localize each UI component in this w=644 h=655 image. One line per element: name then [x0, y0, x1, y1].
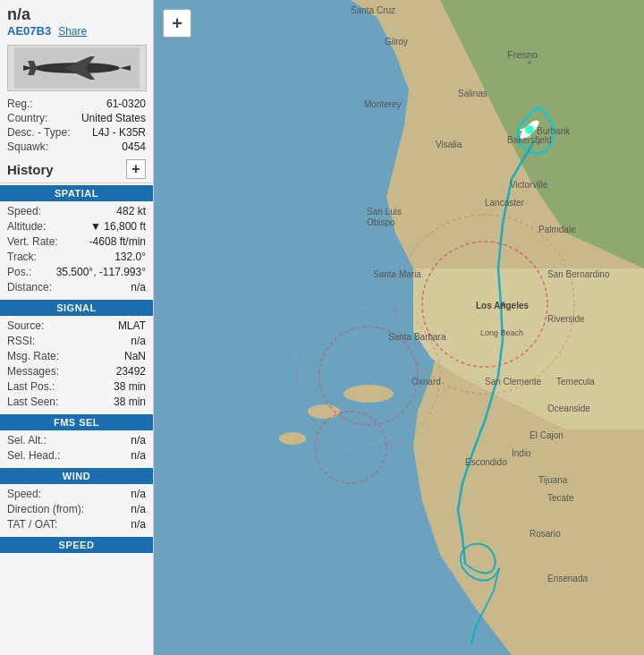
svg-text:Long Beach: Long Beach: [480, 328, 523, 337]
tat-row: TAT / OAT: n/a: [7, 516, 146, 532]
svg-text:Lancaster: Lancaster: [485, 198, 525, 208]
svg-text:Monterey: Monterey: [364, 99, 402, 109]
map-add-button[interactable]: +: [163, 9, 191, 38]
wind-dir-value: n/a: [131, 503, 146, 515]
last-seen-row: Last Seen: 38 min: [7, 394, 146, 409]
history-bar: History +: [0, 156, 153, 183]
source-value: MLAT: [118, 319, 146, 332]
track-value: 132.0°: [114, 251, 146, 263]
reg-label: Reg.:: [7, 98, 33, 110]
track-label: Track:: [7, 251, 37, 263]
svg-text:Gilroy: Gilroy: [385, 37, 408, 47]
speed-section-header: SPEED: [0, 537, 153, 553]
aircraft-silhouette: [14, 47, 140, 89]
pos-value: 35.500°, -117.993°: [56, 266, 146, 278]
last-pos-label: Last Pos.:: [7, 380, 55, 393]
aircraft-image: [7, 45, 147, 91]
svg-text:Santa Cruz: Santa Cruz: [351, 5, 395, 15]
rssi-label: RSSI:: [7, 335, 35, 347]
messages-value: 23492: [116, 365, 146, 378]
messages-label: Messages:: [7, 365, 59, 378]
history-add-button[interactable]: +: [126, 159, 146, 179]
info-table: Reg.: 61-0320 Country: United States Des…: [0, 95, 153, 156]
source-row: Source: MLAT: [7, 318, 146, 333]
tat-value: n/a: [131, 518, 146, 531]
svg-text:Salinas: Salinas: [458, 89, 487, 98]
track-row: Track: 132.0°: [7, 249, 146, 264]
distance-label: Distance:: [7, 281, 52, 293]
last-pos-row: Last Pos.: 38 min: [7, 379, 146, 394]
map-area: +: [154, 0, 644, 655]
sel-alt-value: n/a: [131, 434, 146, 447]
spatial-header: SPATIAL: [0, 185, 153, 201]
fms-sel-header: FMS SEL: [0, 414, 153, 430]
reg-row: Reg.: 61-0320: [7, 97, 146, 111]
altitude-row: Altitude: ▼ 16,800 ft: [7, 218, 146, 234]
distance-row: Distance: n/a: [7, 279, 146, 294]
sel-head-row: Sel. Head.: n/a: [7, 447, 146, 463]
source-label: Source:: [7, 319, 44, 332]
svg-text:Obispo: Obispo: [367, 217, 395, 227]
svg-text:Ensenada: Ensenada: [547, 574, 588, 583]
tat-label: TAT / OAT:: [7, 518, 57, 531]
svg-point-14: [270, 306, 315, 338]
altitude-value: ▼ 16,800 ft: [90, 220, 146, 233]
svg-point-17: [279, 432, 306, 445]
last-seen-value: 38 min: [114, 396, 146, 408]
map-svg: Fresno Bakersfield Los Angeles Long Beac…: [154, 0, 644, 655]
pos-label: Pos.:: [7, 266, 31, 278]
svg-point-32: [525, 125, 534, 134]
svg-text:Fresno: Fresno: [507, 49, 538, 60]
svg-text:Palmdale: Palmdale: [538, 225, 576, 234]
sel-head-label: Sel. Head.:: [7, 449, 60, 462]
country-value: United States: [81, 112, 146, 124]
altitude-number: 16,800 ft: [104, 220, 146, 233]
wind-speed-label: Speed:: [7, 488, 41, 500]
sel-alt-label: Sel. Alt.:: [7, 434, 47, 447]
vert-rate-value: -4608 ft/min: [89, 235, 146, 248]
share-link[interactable]: Share: [58, 25, 87, 38]
sel-alt-row: Sel. Alt.: n/a: [7, 432, 146, 447]
wind-section: Speed: n/a Direction (from): n/a TAT / O…: [0, 484, 153, 535]
messages-row: Messages: 23492: [7, 363, 146, 379]
svg-text:Tijuana: Tijuana: [538, 475, 568, 485]
svg-text:Tecate: Tecate: [547, 493, 574, 503]
country-row: Country: United States: [7, 111, 146, 125]
vert-rate-label: Vert. Rate:: [7, 235, 58, 248]
svg-text:Indio: Indio: [512, 448, 531, 458]
signal-section: Source: MLAT RSSI: n/a Msg. Rate: NaN Me…: [0, 316, 153, 413]
msg-rate-value: NaN: [124, 350, 146, 362]
desc-label: Desc. - Type:: [7, 126, 70, 139]
squawk-value: 0454: [122, 140, 146, 153]
reg-code: AE07B3: [7, 24, 51, 38]
wind-speed-value: n/a: [131, 488, 146, 500]
speed-label: Speed:: [7, 205, 41, 217]
sel-head-value: n/a: [131, 449, 146, 462]
svg-text:San Clemente: San Clemente: [485, 377, 542, 387]
svg-text:Temecula: Temecula: [556, 377, 595, 387]
speed-row: Speed: 482 kt: [7, 203, 146, 218]
aircraft-header: n/a AE07B3 Share: [0, 0, 153, 41]
wind-header: WIND: [0, 468, 153, 484]
history-label: History: [7, 162, 54, 177]
spatial-section: Speed: 482 kt Altitude: ▼ 16,800 ft Vert…: [0, 201, 153, 298]
signal-header: SIGNAL: [0, 300, 153, 316]
msg-rate-label: Msg. Rate:: [7, 350, 59, 362]
svg-text:Bakersfield: Bakersfield: [507, 135, 551, 145]
country-label: Country:: [7, 112, 47, 124]
svg-text:Oxnard: Oxnard: [411, 377, 441, 387]
rssi-value: n/a: [131, 335, 146, 347]
last-pos-value: 38 min: [114, 380, 146, 393]
svg-text:San Luis: San Luis: [367, 207, 402, 217]
last-seen-label: Last Seen:: [7, 396, 58, 408]
svg-text:El Cajon: El Cajon: [530, 430, 564, 440]
svg-text:Santa Barbara: Santa Barbara: [388, 332, 446, 342]
wind-dir-label: Direction (from):: [7, 503, 84, 515]
svg-text:Los Angeles: Los Angeles: [476, 301, 530, 310]
fms-sel-section: Sel. Alt.: n/a Sel. Head.: n/a: [0, 430, 153, 466]
wind-dir-row: Direction (from): n/a: [7, 501, 146, 516]
squawk-row: Squawk: 0454: [7, 140, 146, 154]
distance-value: n/a: [131, 281, 146, 293]
svg-point-15: [343, 385, 394, 403]
aircraft-id: n/a: [7, 5, 146, 24]
